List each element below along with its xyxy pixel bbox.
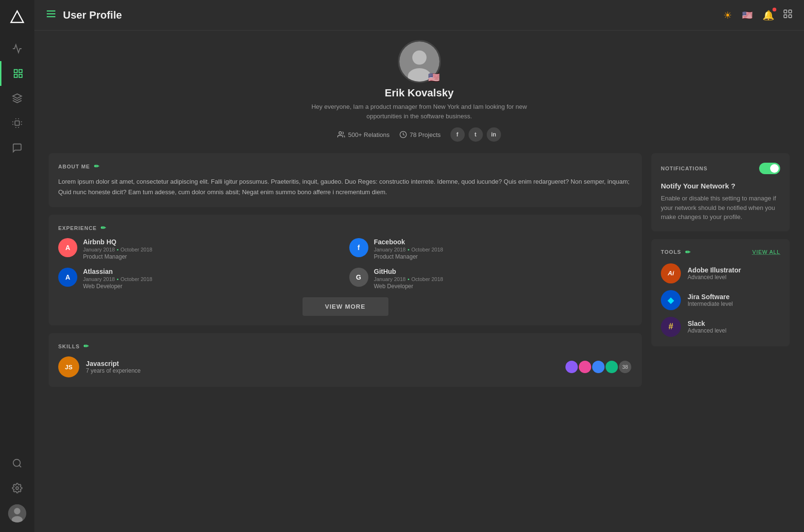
tools-header: TOOLS ✏ VIEW ALL [661, 249, 780, 256]
svg-point-8 [16, 487, 19, 490]
svg-rect-2 [19, 70, 21, 73]
notifications-title: NOTIFICATIONS [661, 166, 708, 171]
profile-flag: 🇺🇸 [428, 73, 440, 82]
svg-line-7 [19, 465, 21, 467]
exp-company: Atlassian [83, 268, 342, 275]
about-edit-icon[interactable]: ✏ [94, 163, 100, 170]
svg-point-6 [13, 459, 21, 467]
notify-description: Enable or disable this setting to manage… [661, 194, 780, 222]
exp-role: Web Developer [374, 283, 633, 290]
svg-rect-16 [789, 10, 792, 13]
skill-badge: JS [58, 356, 79, 377]
sidebar-item-chip[interactable] [0, 111, 34, 136]
experience-item: G GitHub January 2018•October 2018 Web D… [349, 268, 633, 290]
menu-icon[interactable] [46, 9, 56, 21]
sidebar-user-avatar[interactable] [8, 504, 26, 522]
tool-icon: ◆ [661, 290, 681, 310]
sidebar-item-search[interactable] [8, 451, 26, 476]
skill-info: Javascript 7 years of experience [86, 360, 558, 374]
skill-name: Javascript [86, 360, 558, 367]
exp-dates: January 2018•October 2018 [83, 247, 342, 252]
svg-rect-4 [19, 74, 21, 77]
cards-right: NOTIFICATIONS Notify Your Network ? Enab… [651, 153, 790, 346]
skills-edit-icon[interactable]: ✏ [84, 343, 89, 350]
header-actions: ☀ 🇺🇸 🔔 [723, 9, 793, 22]
sidebar [0, 0, 34, 532]
projects-count: 78 Projects [410, 131, 441, 138]
tool-info: Slack Advanced level [688, 320, 780, 334]
tool-icon: # [661, 317, 681, 337]
tool-name: Adobe Illustrator [688, 266, 780, 274]
tools-card: TOOLS ✏ VIEW ALL Ai Adobe Illustrator Ad… [651, 239, 790, 346]
cards-layout: ABOUT ME ✏ Lorem ipsum dolor sit amet, c… [49, 153, 790, 387]
profile-header: 🇺🇸 Erik Kovalsky Hey everyone, Iam a pro… [49, 40, 790, 142]
notifications-header: NOTIFICATIONS [661, 163, 780, 174]
tool-level: Advanced level [688, 274, 780, 281]
exp-info: Atlassian January 2018•October 2018 Web … [83, 268, 342, 290]
profile-avatar-wrap: 🇺🇸 [398, 40, 441, 83]
endorser-avatar [591, 360, 606, 374]
toggle-knob [770, 164, 779, 173]
tool-name: Slack [688, 320, 780, 327]
exp-role: Product Manager [374, 253, 633, 260]
tool-item: # Slack Advanced level [661, 317, 780, 337]
notifications-card: NOTIFICATIONS Notify Your Network ? Enab… [651, 153, 790, 231]
notifications-toggle[interactable] [759, 163, 780, 174]
relations-stat: 500+ Relations [337, 131, 389, 138]
main-area: User Profile ☀ 🇺🇸 🔔 [34, 0, 804, 532]
svg-rect-1 [14, 70, 17, 73]
exp-role: Product Manager [83, 253, 342, 260]
tools-title: TOOLS ✏ [661, 249, 691, 256]
projects-stat: 78 Projects [399, 131, 441, 138]
svg-point-10 [14, 508, 20, 514]
experience-edit-icon[interactable]: ✏ [101, 224, 106, 231]
apps-icon[interactable] [783, 9, 793, 21]
theme-icon[interactable]: ☀ [723, 10, 732, 21]
notification-badge [773, 8, 776, 11]
linkedin-link[interactable]: in [487, 127, 501, 142]
exp-logo: A [58, 238, 77, 257]
exp-logo: f [349, 238, 368, 257]
social-links: f t in [450, 127, 501, 142]
sidebar-bottom [8, 451, 26, 526]
exp-logo: G [349, 268, 368, 287]
skills-section-title: SKILLS ✏ [58, 343, 632, 350]
endorser-count: 38 [618, 360, 632, 374]
tool-info: Adobe Illustrator Advanced level [688, 266, 780, 281]
app-logo[interactable] [6, 6, 29, 29]
exp-info: GitHub January 2018•October 2018 Web Dev… [374, 268, 633, 290]
tool-item: ◆ Jira Software Intermediate level [661, 290, 780, 310]
svg-point-20 [412, 51, 427, 65]
svg-rect-18 [789, 15, 792, 18]
exp-dates: January 2018•October 2018 [374, 247, 633, 252]
tool-item: Ai Adobe Illustrator Advanced level [661, 263, 780, 283]
tool-info: Jira Software Intermediate level [688, 293, 780, 307]
exp-company: GitHub [374, 268, 633, 275]
view-all-link[interactable]: VIEW ALL [752, 249, 780, 255]
notifications-icon[interactable]: 🔔 [762, 10, 774, 21]
sidebar-item-grid[interactable] [0, 61, 34, 86]
twitter-link[interactable]: t [469, 127, 483, 142]
experience-item: A Airbnb HQ January 2018•October 2018 Pr… [58, 238, 342, 260]
view-more-button[interactable]: VIEW MORE [303, 297, 388, 316]
about-text: Lorem ipsum dolor sit amet, consectetur … [58, 177, 632, 198]
sidebar-item-activity[interactable] [0, 36, 34, 61]
facebook-link[interactable]: f [450, 127, 465, 142]
exp-role: Web Developer [83, 283, 342, 290]
sidebar-item-settings[interactable] [8, 476, 26, 501]
exp-info: Airbnb HQ January 2018•October 2018 Prod… [83, 238, 342, 260]
relations-count: 500+ Relations [348, 131, 389, 138]
svg-rect-3 [14, 74, 17, 77]
svg-marker-0 [11, 11, 23, 22]
skills-card: SKILLS ✏ JS Javascript 7 years of experi… [49, 333, 642, 387]
language-flag[interactable]: 🇺🇸 [741, 9, 754, 22]
sidebar-item-chat[interactable] [0, 136, 34, 160]
exp-info: Facebook January 2018•October 2018 Produ… [374, 238, 633, 260]
experience-grid: A Airbnb HQ January 2018•October 2018 Pr… [58, 238, 632, 290]
experience-item: f Facebook January 2018•October 2018 Pro… [349, 238, 633, 260]
experience-section-title: EXPERIENCE ✏ [58, 224, 632, 231]
about-card: ABOUT ME ✏ Lorem ipsum dolor sit amet, c… [49, 153, 642, 207]
profile-name: Erik Kovalsky [49, 87, 790, 99]
sidebar-item-cube[interactable] [0, 86, 34, 111]
tools-edit-icon[interactable]: ✏ [685, 249, 691, 256]
